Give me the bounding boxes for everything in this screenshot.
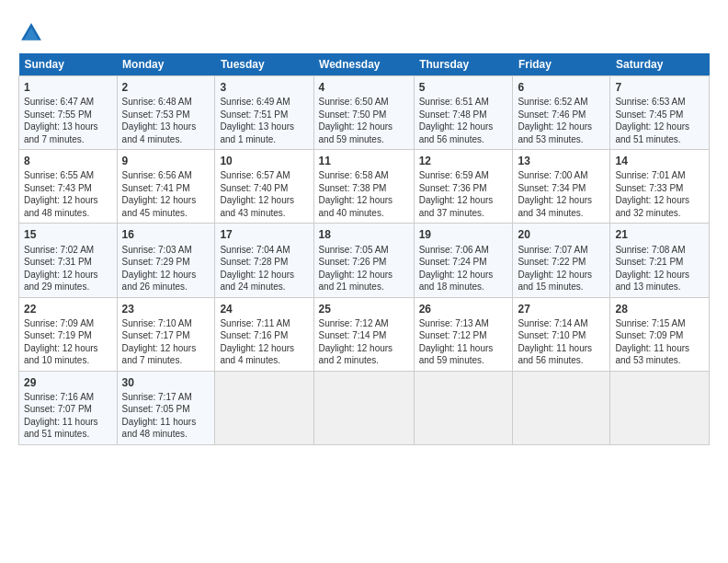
day-cell: 23Sunrise: 7:10 AMSunset: 7:17 PMDayligh…: [117, 297, 215, 371]
day-cell: 8Sunrise: 6:55 AMSunset: 7:43 PMDaylight…: [19, 150, 118, 224]
day-cell: 2Sunrise: 6:48 AMSunset: 7:53 PMDaylight…: [117, 76, 215, 150]
day-number: 15: [24, 227, 112, 242]
calendar-body: 1Sunrise: 6:47 AMSunset: 7:55 PMDaylight…: [19, 76, 710, 445]
day-number: 30: [122, 375, 210, 390]
day-cell: [313, 371, 414, 444]
day-number: 24: [220, 302, 308, 316]
week-row-5: 29Sunrise: 7:16 AMSunset: 7:07 PMDayligh…: [19, 371, 710, 444]
day-number: 16: [122, 227, 210, 242]
day-cell: 17Sunrise: 7:04 AMSunset: 7:28 PMDayligh…: [215, 224, 313, 297]
day-number: 1: [24, 80, 112, 95]
header-cell-thursday: Thursday: [414, 53, 513, 76]
day-cell: 10Sunrise: 6:57 AMSunset: 7:40 PMDayligh…: [215, 150, 313, 224]
header-cell-saturday: Saturday: [610, 53, 710, 76]
header-cell-tuesday: Tuesday: [215, 53, 313, 76]
day-number: 22: [24, 302, 112, 316]
day-cell: 7Sunrise: 6:53 AMSunset: 7:45 PMDaylight…: [610, 76, 710, 150]
day-cell: 16Sunrise: 7:03 AMSunset: 7:29 PMDayligh…: [117, 224, 215, 297]
logo: [18, 20, 48, 46]
day-cell: 22Sunrise: 7:09 AMSunset: 7:19 PMDayligh…: [19, 297, 118, 371]
day-number: 20: [518, 227, 605, 242]
day-number: 21: [615, 227, 704, 242]
day-number: 9: [122, 154, 210, 168]
day-number: 10: [220, 154, 308, 168]
day-number: 13: [518, 154, 605, 168]
day-number: 19: [419, 227, 508, 242]
header-cell-sunday: Sunday: [19, 53, 118, 76]
day-cell: 11Sunrise: 6:58 AMSunset: 7:38 PMDayligh…: [313, 150, 414, 224]
day-cell: 25Sunrise: 7:12 AMSunset: 7:14 PMDayligh…: [313, 297, 414, 371]
day-number: 12: [419, 154, 508, 168]
day-number: 23: [122, 302, 210, 316]
day-cell: 20Sunrise: 7:07 AMSunset: 7:22 PMDayligh…: [513, 224, 610, 297]
header: [18, 17, 710, 46]
page: SundayMondayTuesdayWednesdayThursdayFrid…: [0, 0, 728, 454]
day-cell: 27Sunrise: 7:14 AMSunset: 7:10 PMDayligh…: [513, 297, 610, 371]
day-cell: 12Sunrise: 6:59 AMSunset: 7:36 PMDayligh…: [414, 150, 513, 224]
day-number: 18: [319, 227, 409, 242]
day-number: 26: [419, 302, 508, 316]
header-cell-monday: Monday: [117, 53, 215, 76]
day-cell: [414, 371, 513, 444]
day-number: 17: [220, 227, 308, 242]
day-number: 2: [122, 80, 210, 95]
week-row-2: 8Sunrise: 6:55 AMSunset: 7:43 PMDaylight…: [19, 150, 710, 224]
day-cell: [513, 371, 610, 444]
day-cell: 18Sunrise: 7:05 AMSunset: 7:26 PMDayligh…: [313, 224, 414, 297]
day-number: 7: [615, 80, 704, 95]
header-row: SundayMondayTuesdayWednesdayThursdayFrid…: [19, 53, 710, 76]
day-cell: 13Sunrise: 7:00 AMSunset: 7:34 PMDayligh…: [513, 150, 610, 224]
calendar-header: SundayMondayTuesdayWednesdayThursdayFrid…: [19, 53, 710, 76]
day-number: 8: [24, 154, 112, 168]
day-cell: 21Sunrise: 7:08 AMSunset: 7:21 PMDayligh…: [610, 224, 710, 297]
header-cell-wednesday: Wednesday: [313, 53, 414, 76]
day-cell: 6Sunrise: 6:52 AMSunset: 7:46 PMDaylight…: [513, 76, 610, 150]
day-cell: 28Sunrise: 7:15 AMSunset: 7:09 PMDayligh…: [610, 297, 710, 371]
day-number: 11: [319, 154, 409, 168]
day-number: 6: [518, 80, 605, 95]
day-number: 25: [319, 302, 409, 316]
day-cell: 9Sunrise: 6:56 AMSunset: 7:41 PMDaylight…: [117, 150, 215, 224]
day-cell: 1Sunrise: 6:47 AMSunset: 7:55 PMDaylight…: [19, 76, 118, 150]
day-cell: 24Sunrise: 7:11 AMSunset: 7:16 PMDayligh…: [215, 297, 313, 371]
week-row-1: 1Sunrise: 6:47 AMSunset: 7:55 PMDaylight…: [19, 76, 710, 150]
day-cell: 4Sunrise: 6:50 AMSunset: 7:50 PMDaylight…: [313, 76, 414, 150]
day-cell: 3Sunrise: 6:49 AMSunset: 7:51 PMDaylight…: [215, 76, 313, 150]
day-number: 3: [220, 80, 308, 95]
day-cell: 29Sunrise: 7:16 AMSunset: 7:07 PMDayligh…: [19, 371, 118, 444]
day-number: 27: [518, 302, 605, 316]
day-number: 5: [419, 80, 508, 95]
header-cell-friday: Friday: [513, 53, 610, 76]
day-cell: 26Sunrise: 7:13 AMSunset: 7:12 PMDayligh…: [414, 297, 513, 371]
day-cell: 5Sunrise: 6:51 AMSunset: 7:48 PMDaylight…: [414, 76, 513, 150]
day-cell: 14Sunrise: 7:01 AMSunset: 7:33 PMDayligh…: [610, 150, 710, 224]
day-cell: 15Sunrise: 7:02 AMSunset: 7:31 PMDayligh…: [19, 224, 118, 297]
logo-icon: [18, 20, 44, 46]
day-cell: [610, 371, 710, 444]
day-cell: 19Sunrise: 7:06 AMSunset: 7:24 PMDayligh…: [414, 224, 513, 297]
day-number: 4: [319, 80, 409, 95]
week-row-4: 22Sunrise: 7:09 AMSunset: 7:19 PMDayligh…: [19, 297, 710, 371]
calendar-table: SundayMondayTuesdayWednesdayThursdayFrid…: [18, 53, 710, 445]
day-cell: [215, 371, 313, 444]
day-cell: 30Sunrise: 7:17 AMSunset: 7:05 PMDayligh…: [117, 371, 215, 444]
day-number: 28: [615, 302, 704, 316]
day-number: 14: [615, 154, 704, 168]
week-row-3: 15Sunrise: 7:02 AMSunset: 7:31 PMDayligh…: [19, 224, 710, 297]
day-number: 29: [24, 375, 112, 390]
